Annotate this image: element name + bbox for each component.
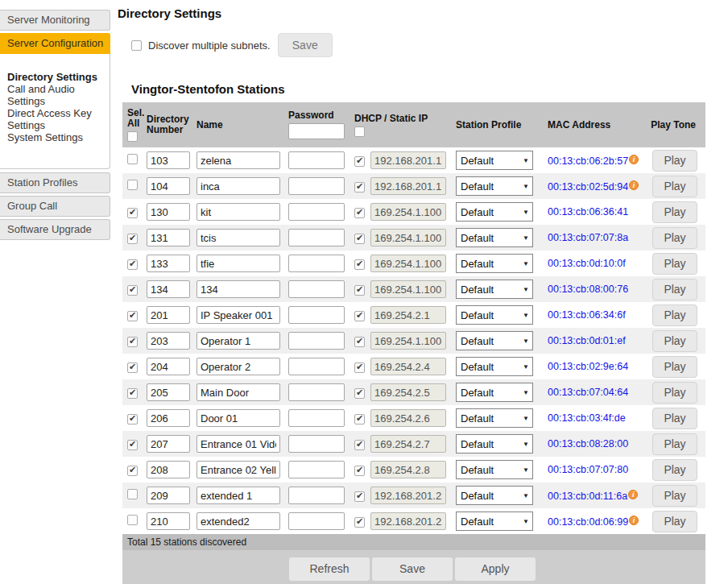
password-input[interactable] [288, 332, 345, 350]
password-all-input[interactable] [288, 123, 345, 139]
mac-address-link[interactable]: 00:13:cb:0d:06:99 [548, 516, 628, 528]
play-button[interactable]: Play [652, 227, 697, 249]
dhcp-checkbox[interactable] [354, 466, 365, 476]
name-input[interactable] [196, 461, 280, 478]
password-input[interactable] [288, 409, 345, 427]
dhcp-checkbox[interactable] [354, 156, 365, 167]
sidebar-item-station-profiles[interactable]: Station Profiles [0, 172, 110, 193]
directory-number-input[interactable] [147, 487, 190, 504]
password-input[interactable] [288, 435, 345, 453]
play-button[interactable]: Play [652, 150, 697, 172]
directory-number-input[interactable] [147, 383, 190, 401]
play-button[interactable]: Play [652, 304, 697, 326]
dhcp-checkbox[interactable] [354, 440, 365, 450]
mac-address-link[interactable]: 00:13:cb:07:07:80 [548, 464, 628, 475]
directory-number-input[interactable] [147, 306, 190, 324]
select-checkbox[interactable] [127, 154, 138, 164]
directory-number-input[interactable] [147, 332, 190, 350]
directory-number-input[interactable] [147, 151, 190, 169]
directory-number-input[interactable] [147, 358, 190, 375]
save-button[interactable]: Save [278, 33, 333, 57]
station-profile-select[interactable]: Default [456, 228, 533, 247]
mac-address-link[interactable]: 00:13:cb:08:28:00 [548, 438, 628, 449]
directory-number-input[interactable] [147, 177, 190, 195]
password-input[interactable] [288, 203, 345, 221]
dhcp-all-checkbox[interactable] [354, 126, 365, 137]
station-profile-select[interactable]: Default [456, 254, 533, 273]
play-button[interactable]: Play [652, 330, 697, 352]
password-input[interactable] [288, 358, 345, 375]
save-stations-button[interactable]: Save [372, 557, 453, 581]
name-input[interactable] [196, 409, 280, 427]
play-button[interactable]: Play [652, 356, 697, 378]
name-input[interactable] [196, 229, 280, 246]
select-checkbox[interactable] [127, 285, 138, 296]
select-checkbox[interactable] [127, 259, 138, 270]
select-checkbox[interactable] [127, 337, 138, 347]
sidebar-item-system-settings[interactable]: System Settings [7, 131, 99, 143]
station-profile-select[interactable]: Default [456, 408, 533, 428]
station-profile-select[interactable]: Default [456, 305, 533, 325]
password-input[interactable] [288, 306, 345, 324]
name-input[interactable] [196, 383, 280, 401]
password-input[interactable] [288, 280, 345, 298]
select-checkbox[interactable] [127, 414, 138, 425]
station-profile-select[interactable]: Default [456, 460, 533, 479]
directory-number-input[interactable] [147, 229, 190, 246]
dhcp-checkbox[interactable] [354, 234, 365, 244]
dhcp-checkbox[interactable] [354, 285, 365, 296]
play-button[interactable]: Play [652, 279, 697, 300]
select-checkbox[interactable] [127, 466, 138, 476]
name-input[interactable] [196, 280, 280, 298]
select-checkbox[interactable] [127, 388, 138, 399]
name-input[interactable] [196, 177, 280, 195]
dhcp-checkbox[interactable] [354, 491, 365, 502]
select-checkbox[interactable] [127, 180, 138, 190]
discover-subnets-checkbox[interactable] [131, 40, 142, 51]
mac-address-link[interactable]: 00:13:cb:06:36:41 [548, 206, 628, 217]
password-input[interactable] [288, 461, 345, 478]
station-profile-select[interactable]: Default [456, 151, 533, 170]
station-profile-select[interactable]: Default [456, 202, 533, 222]
sidebar-item-server-configuration[interactable]: Server Configuration [0, 33, 110, 54]
password-input[interactable] [288, 151, 345, 169]
dhcp-checkbox[interactable] [354, 182, 365, 193]
station-profile-select[interactable]: Default [456, 331, 533, 350]
dhcp-checkbox[interactable] [354, 388, 365, 399]
apply-button[interactable]: Apply [455, 557, 536, 581]
name-input[interactable] [196, 358, 280, 375]
sidebar-item-server-monitoring[interactable]: Server Monitoring [0, 10, 110, 31]
sidebar-item-software-upgrade[interactable]: Software Upgrade [0, 219, 110, 240]
password-input[interactable] [288, 383, 345, 401]
station-profile-select[interactable]: Default [456, 280, 533, 299]
mac-address-link[interactable]: 00:13:cb:02:5d:94 [548, 181, 628, 193]
password-input[interactable] [288, 255, 345, 272]
mac-address-link[interactable]: 00:13:cb:07:07:8a [548, 232, 628, 243]
mac-address-link[interactable]: 00:13:cb:02:9e:64 [548, 361, 628, 372]
directory-number-input[interactable] [147, 435, 190, 453]
mac-address-link[interactable]: 00:13:cb:0d:01:ef [548, 335, 626, 346]
select-checkbox[interactable] [127, 440, 138, 450]
password-input[interactable] [288, 487, 345, 504]
select-checkbox[interactable] [127, 489, 138, 499]
name-input[interactable] [196, 151, 280, 169]
directory-number-input[interactable] [147, 203, 190, 221]
password-input[interactable] [288, 177, 345, 195]
directory-number-input[interactable] [147, 461, 190, 478]
name-input[interactable] [196, 306, 280, 324]
sidebar-item-group-call[interactable]: Group Call [0, 196, 110, 217]
directory-number-input[interactable] [147, 255, 190, 272]
dhcp-checkbox[interactable] [354, 208, 365, 218]
station-profile-select[interactable]: Default [456, 357, 533, 376]
sidebar-item-direct-access-key-settings[interactable]: Direct Access Key Settings [7, 107, 99, 131]
play-button[interactable]: Play [652, 408, 697, 429]
password-input[interactable] [288, 229, 345, 246]
name-input[interactable] [196, 332, 280, 350]
directory-number-input[interactable] [147, 512, 190, 530]
play-button[interactable]: Play [652, 459, 697, 481]
play-button[interactable]: Play [652, 485, 697, 507]
dhcp-checkbox[interactable] [354, 517, 365, 528]
name-input[interactable] [196, 512, 280, 530]
select-checkbox[interactable] [127, 234, 138, 244]
mac-address-link[interactable]: 00:13:cb:0d:10:0f [548, 258, 626, 269]
